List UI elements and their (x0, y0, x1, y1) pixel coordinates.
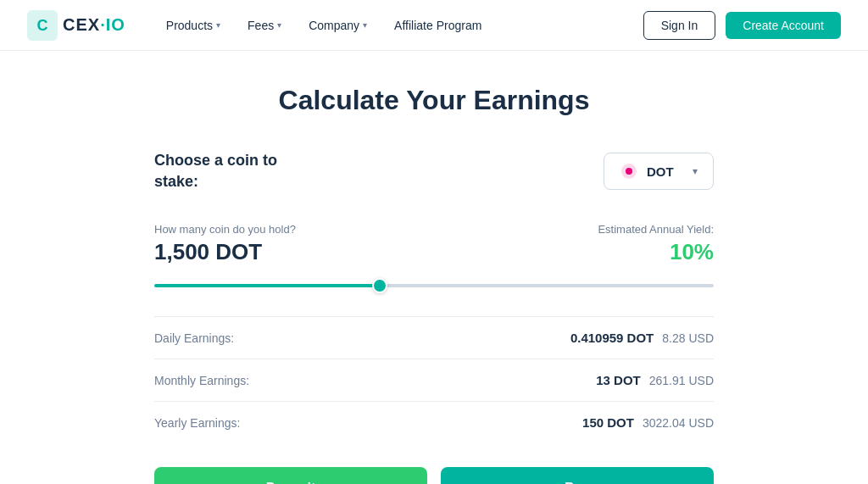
navbar: C CEX·IO Products ▾ Fees ▾ Company ▾ Aff… (0, 0, 868, 51)
value-row: 1,500 DOT 10% (154, 239, 714, 265)
dot-coin-icon (620, 162, 638, 181)
svg-text:C: C (37, 17, 48, 34)
cex-logo-icon: C (27, 10, 58, 41)
page-title: Calculate Your Earnings (154, 85, 714, 116)
daily-usd-value: 8.28 USD (662, 331, 714, 345)
yield-label: Estimated Annual Yield: (598, 223, 714, 236)
monthly-earnings-values: 13 DOT 261.91 USD (596, 373, 714, 387)
dropdown-chevron-icon: ▾ (693, 165, 698, 177)
buy-button[interactable]: Buy (441, 467, 714, 484)
daily-dot-value: 0.410959 DOT (570, 331, 654, 345)
nav-item-company[interactable]: Company ▾ (298, 12, 377, 39)
signin-button[interactable]: Sign In (643, 11, 716, 40)
amount-label: How many coin do you hold? (154, 223, 296, 236)
slider-container (154, 275, 714, 291)
earnings-section: Daily Earnings: 0.410959 DOT 8.28 USD Mo… (154, 316, 714, 443)
amount-slider[interactable] (154, 284, 714, 287)
daily-earnings-row: Daily Earnings: 0.410959 DOT 8.28 USD (154, 316, 714, 359)
daily-earnings-values: 0.410959 DOT 8.28 USD (570, 331, 714, 345)
nav-actions: Sign In Create Account (643, 11, 841, 40)
nav-item-products[interactable]: Products ▾ (156, 12, 231, 39)
yield-percent-value: 10% (670, 239, 714, 265)
coin-dropdown[interactable]: DOT ▾ (604, 153, 714, 190)
deposit-button[interactable]: Deposit (154, 467, 427, 484)
yearly-earnings-values: 150 DOT 3022.04 USD (582, 415, 714, 430)
svg-point-3 (626, 168, 632, 175)
action-buttons: Deposit Buy (154, 467, 714, 484)
calculator-card: Choose a coin to stake: DOT ▾ How many c… (154, 150, 714, 484)
main-content: Calculate Your Earnings Choose a coin to… (137, 51, 731, 484)
chevron-down-icon: ▾ (216, 20, 220, 30)
chevron-down-icon: ▾ (363, 20, 367, 30)
yearly-usd-value: 3022.04 USD (643, 416, 714, 430)
nav-links: Products ▾ Fees ▾ Company ▾ Affiliate Pr… (156, 12, 643, 39)
yearly-earnings-row: Yearly Earnings: 150 DOT 3022.04 USD (154, 401, 714, 443)
monthly-earnings-row: Monthly Earnings: 13 DOT 261.91 USD (154, 359, 714, 401)
coin-selector-label: Choose a coin to stake: (154, 150, 277, 192)
coin-selector-row: Choose a coin to stake: DOT ▾ (154, 150, 714, 192)
nav-item-fees[interactable]: Fees ▾ (237, 12, 292, 39)
yearly-dot-value: 150 DOT (582, 415, 634, 430)
monthly-dot-value: 13 DOT (596, 373, 641, 387)
slider-labels: How many coin do you hold? Estimated Ann… (154, 223, 714, 236)
logo-text: CEX·IO (63, 15, 125, 35)
create-account-button[interactable]: Create Account (726, 12, 841, 39)
chevron-down-icon: ▾ (277, 20, 281, 30)
coin-amount-value: 1,500 DOT (154, 239, 262, 265)
monthly-earnings-label: Monthly Earnings: (154, 374, 249, 387)
nav-item-affiliate[interactable]: Affiliate Program (384, 12, 492, 39)
monthly-usd-value: 261.91 USD (649, 374, 714, 387)
daily-earnings-label: Daily Earnings: (154, 331, 234, 345)
logo[interactable]: C CEX·IO (27, 10, 125, 41)
coin-name: DOT (647, 164, 684, 179)
slider-section: How many coin do you hold? Estimated Ann… (154, 223, 714, 291)
yearly-earnings-label: Yearly Earnings: (154, 416, 240, 430)
